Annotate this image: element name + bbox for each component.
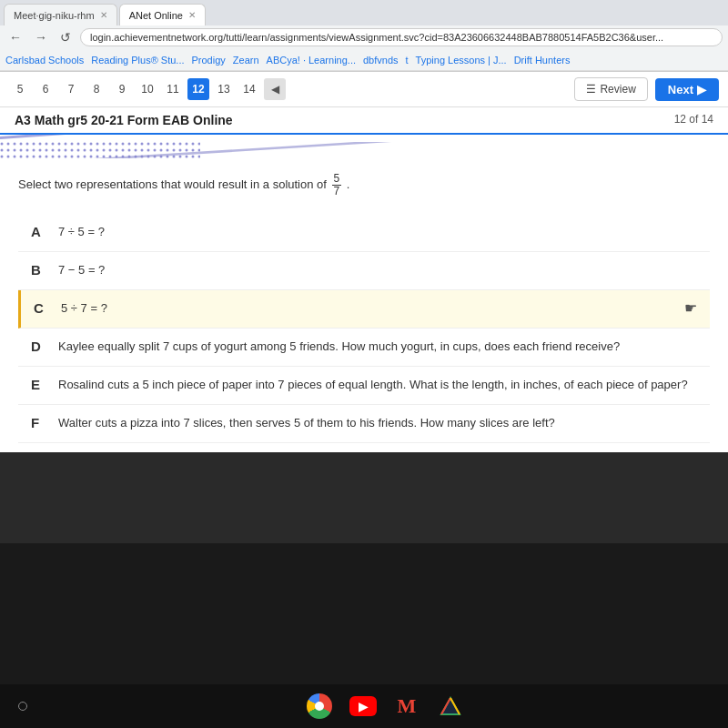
option-e[interactable]: E Rosalind cuts a 5 inch piece of paper …	[18, 367, 710, 405]
bookmark-carlsbad[interactable]: Carlsbad Schools	[5, 55, 84, 66]
drive-taskbar-icon[interactable]	[436, 692, 465, 721]
browser-chrome: Meet·gig-niku-rhm ✕ ANet Online ✕ ← → ↺ …	[0, 0, 728, 72]
option-f[interactable]: F Walter cuts a pizza into 7 slices, the…	[18, 405, 710, 443]
tab-bar: Meet·gig-niku-rhm ✕ ANet Online ✕	[0, 0, 728, 25]
option-b[interactable]: B 7 − 5 = ?	[18, 252, 710, 290]
question-instruction: Select two representations that would re…	[18, 173, 710, 197]
page-title: A3 Math gr5 20-21 Form EAB Online	[15, 113, 233, 127]
next-label: Next	[668, 83, 693, 96]
options-list: A 7 ÷ 5 = ? B 7 − 5 = ? C 5 ÷ 7 = ? ☛ D …	[18, 214, 710, 443]
close-tab-meet[interactable]: ✕	[100, 10, 107, 20]
q-num-9[interactable]: 9	[111, 78, 133, 100]
bookmark-zearn[interactable]: Zearn	[233, 55, 259, 66]
chrome-taskbar-icon[interactable]	[305, 692, 334, 721]
bookmark-prodigy[interactable]: Prodigy	[192, 55, 226, 66]
bookmark-abcya[interactable]: ABCya! · Learning...	[267, 55, 356, 66]
bookmark-drift[interactable]: Drift Hunters	[514, 55, 571, 66]
option-b-label: B	[31, 262, 58, 278]
next-button[interactable]: Next ▶	[655, 78, 719, 101]
q-num-13[interactable]: 13	[213, 78, 235, 100]
question-fraction: 5 7	[332, 173, 342, 197]
q-num-11[interactable]: 11	[162, 78, 184, 100]
option-d[interactable]: D Kaylee equally split 7 cups of yogurt …	[18, 329, 710, 367]
review-label: Review	[600, 83, 635, 96]
q-num-6[interactable]: 6	[35, 78, 56, 100]
page-title-bar: 12 of 14 A3 Math gr5 20-21 Form EAB Onli…	[0, 107, 728, 135]
option-b-text: 7 − 5 = ?	[58, 261, 105, 280]
bookmark-typing[interactable]: Typing Lessons | J...	[416, 55, 507, 66]
option-d-label: D	[31, 339, 58, 354]
review-button[interactable]: ☰ Review	[574, 77, 647, 101]
youtube-taskbar-icon[interactable]: ▶	[349, 692, 378, 721]
bookmark-reading[interactable]: Reading Plus® Stu...	[91, 55, 184, 66]
svg-line-2	[9, 142, 519, 158]
taskbar-circle	[18, 702, 27, 711]
back-button[interactable]: ←	[5, 28, 25, 46]
question-nav: 5 6 7 8 9 10 11 12 13 14 ◀ ☰ Review Next…	[0, 72, 728, 107]
gmail-taskbar-icon[interactable]: M	[392, 692, 421, 721]
option-f-text: Walter cuts a pizza into 7 slices, then …	[58, 414, 555, 433]
bookmark-t[interactable]: t	[406, 55, 409, 66]
q-num-7[interactable]: 7	[60, 78, 82, 100]
page-content: 5 6 7 8 9 10 11 12 13 14 ◀ ☰ Review Next…	[0, 72, 728, 452]
option-a-text: 7 ÷ 5 = ?	[58, 223, 105, 242]
prev-question-arrow[interactable]: ◀	[264, 78, 286, 100]
q-num-5[interactable]: 5	[9, 78, 31, 100]
reload-button[interactable]: ↺	[56, 28, 75, 46]
bookmark-dbfvnds[interactable]: dbfvnds	[363, 55, 399, 66]
option-a[interactable]: A 7 ÷ 5 = ?	[18, 214, 710, 252]
option-c-text: 5 ÷ 7 = ?	[61, 299, 107, 318]
option-e-text: Rosalind cuts a 5 inch piece of paper in…	[58, 376, 688, 395]
option-e-label: E	[31, 377, 58, 392]
taskbar: ▶ M	[0, 684, 728, 728]
option-a-label: A	[31, 224, 58, 239]
question-area: Select two representations that would re…	[0, 158, 728, 452]
q-num-10[interactable]: 10	[136, 78, 158, 100]
tab-anet[interactable]: ANet Online ✕	[119, 4, 206, 25]
forward-button[interactable]: →	[31, 28, 51, 46]
cursor-icon: ☛	[684, 299, 697, 317]
option-f-label: F	[31, 415, 58, 430]
bookmarks-bar: Carlsbad Schools Reading Plus® Stu... Pr…	[0, 49, 728, 71]
review-icon: ☰	[586, 83, 596, 96]
close-tab-anet[interactable]: ✕	[188, 10, 196, 20]
option-c[interactable]: C 5 ÷ 7 = ? ☛	[18, 290, 710, 329]
q-num-12[interactable]: 12	[187, 78, 209, 100]
page-counter: 12 of 14	[674, 113, 713, 126]
next-arrow-icon: ▶	[697, 83, 706, 96]
q-num-14[interactable]: 14	[238, 78, 260, 100]
address-bar-row: ← → ↺	[0, 25, 728, 49]
address-input[interactable]	[80, 28, 723, 46]
option-d-text: Kaylee equally split 7 cups of yogurt am…	[58, 338, 620, 357]
svg-marker-4	[441, 698, 460, 714]
tab-meet[interactable]: Meet·gig-niku-rhm ✕	[4, 4, 117, 25]
q-num-8[interactable]: 8	[86, 78, 107, 100]
option-c-label: C	[34, 300, 61, 316]
